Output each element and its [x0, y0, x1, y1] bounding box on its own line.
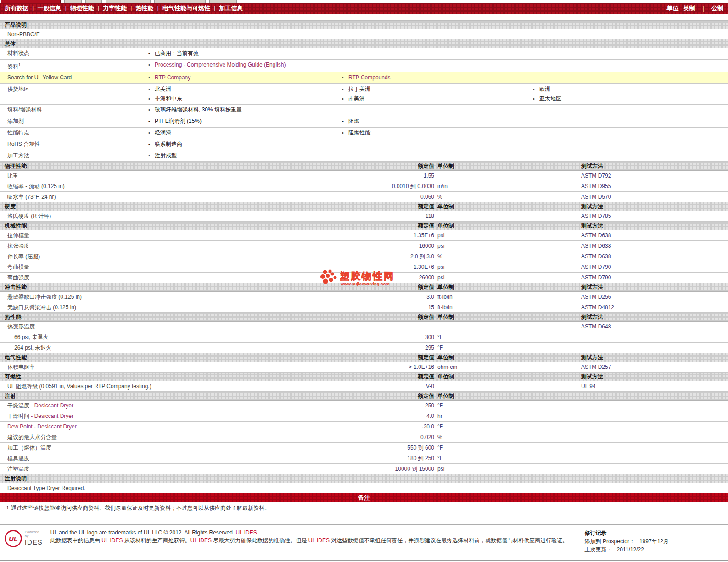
property-value: 0.060 — [280, 194, 434, 200]
info-row: 填料/增强材料•玻璃纤维增强材料, 30% 填料按重量 — [0, 105, 728, 116]
property-label: 弯曲模量 — [0, 263, 280, 271]
column-header-rated-value: 额定值 — [280, 373, 434, 381]
property-unit: % — [434, 434, 581, 440]
browser-tab-stub[interactable] — [154, 0, 206, 3]
test-method-value: ASTM D256 — [581, 294, 728, 300]
property-value: 300 — [280, 334, 434, 340]
revision-added: 添加到 Prospector： 1997年12月 — [585, 537, 717, 545]
info-column: •北美洲•非洲和中东 — [148, 84, 342, 104]
info-item[interactable]: •RTP Compounds — [342, 73, 533, 83]
info-column: •欧洲•亚太地区 — [533, 84, 728, 104]
text-row: Desiccant Type Dryer Required. — [0, 483, 728, 493]
property-section-header: 可燃性额定值单位制测试方法 — [0, 373, 728, 381]
bullet-icon: • — [148, 128, 155, 138]
bullet-icon: • — [533, 84, 539, 94]
info-label: 填料/增强材料 — [0, 105, 148, 115]
info-label: 供货地区 — [0, 84, 148, 94]
property-section-header: 热性能额定值单位制测试方法 — [0, 313, 728, 322]
test-method-value: ASTM D790 — [581, 264, 728, 270]
info-item: •已商用：当前有效 — [148, 49, 342, 58]
test-method-value: ASTM D785 — [581, 213, 728, 219]
section-title-row: 产品说明 — [0, 21, 728, 29]
info-item: •南美洲 — [342, 94, 533, 104]
property-label: 吸水率 (73°F, 24 hr) — [0, 193, 280, 201]
property-row: 悬壁梁缺口冲击强度 (0.125 in)3.0ft·lb/inASTM D256 — [0, 292, 728, 302]
column-header-test-method: 测试方法 — [581, 284, 728, 291]
property-label: UL 阻燃等级 (0.0591 in, Values per RTP Compa… — [0, 383, 280, 390]
nav-tab-6[interactable]: 电气性能与可燃性 — [162, 5, 210, 11]
unit-metric-link[interactable]: 公制 — [711, 4, 723, 12]
nav-separator: | — [65, 5, 66, 11]
info-column: •已商用：当前有效 — [148, 49, 342, 58]
nav-tab-4[interactable]: 力学性能 — [103, 5, 127, 11]
property-row: 建议的最大水分含量0.020% — [0, 432, 728, 443]
property-label: 比重 — [0, 172, 280, 180]
column-header-test-method: 测试方法 — [581, 222, 728, 230]
property-unit: % — [434, 253, 581, 260]
browser-tab-stub[interactable] — [106, 0, 151, 3]
info-item[interactable]: •RTP Company — [148, 73, 342, 83]
bullet-icon: • — [148, 73, 155, 83]
info-item: •经润滑 — [148, 128, 342, 138]
section-title-label: 产品说明 — [5, 21, 27, 29]
bullet-icon: • — [342, 84, 348, 94]
unit-english-current: 英制 — [683, 4, 695, 12]
column-header-unit-system: 单位制 — [434, 284, 581, 291]
column-header-test-method: 测试方法 — [581, 162, 728, 170]
property-unit: psi — [434, 466, 581, 472]
property-section-header: 电气性能额定值单位制测试方法 — [0, 353, 728, 362]
nav-separator: | — [98, 5, 99, 11]
property-unit: in/in — [434, 183, 581, 189]
property-value: 16000 — [280, 243, 434, 249]
property-label-condition: - Desiccant Dryer — [31, 402, 73, 409]
property-value: 1.35E+6 — [280, 232, 434, 239]
footnote-row: 1通过这些链接您能够访问供应商资料。我们尽量保证及时更新资料；不过您可以从供应商… — [0, 502, 728, 514]
info-label: 资料1 — [0, 60, 148, 72]
info-row: RoHS 合规性•联系制造商 — [0, 139, 728, 150]
nav-tab-2[interactable]: 一般信息 — [37, 5, 61, 11]
property-label: 无缺口悬臂梁冲击 (0.125 in) — [0, 304, 280, 312]
nav-tab-1[interactable]: 所有数据 — [5, 5, 28, 11]
svg-text:UL: UL — [9, 535, 18, 543]
column-header-rated-value: 额定值 — [280, 203, 434, 211]
nav-tab-5[interactable]: 热性能 — [136, 5, 154, 11]
property-label: 加工（熔体）温度 — [0, 444, 280, 452]
spacer — [0, 14, 728, 20]
browser-tab-stub[interactable] — [209, 0, 237, 3]
property-row: 弯曲强度26000psiASTM D790 — [0, 273, 728, 283]
property-label: 干燥温度 - Desiccant Dryer — [0, 402, 280, 410]
property-row: Dew Point - Desiccant Dryer-20.0°F — [0, 422, 728, 432]
property-value: 4.0 — [280, 413, 434, 419]
info-column: •玻璃纤维增强材料, 30% 填料按重量 — [148, 105, 342, 115]
property-label: 66 psi, 未退火 — [0, 334, 280, 341]
property-unit: ohm·cm — [434, 364, 581, 370]
browser-tab-active[interactable] — [1, 0, 61, 3]
browser-tab-stub[interactable] — [85, 0, 102, 3]
info-item: •阻燃性能 — [342, 128, 533, 138]
nav-tab-7[interactable]: 加工信息 — [219, 5, 243, 11]
info-item[interactable]: •Processing - Comprehensive Molding Guid… — [148, 60, 342, 70]
info-label: 添加剂 — [0, 117, 148, 126]
property-section-header: 注射额定值单位制 — [0, 392, 728, 401]
section-title-row: 总体 — [0, 39, 728, 48]
info-column: •RTP Company — [148, 73, 342, 83]
property-label: 模具温度 — [0, 455, 280, 462]
units-label: 单位 — [667, 4, 679, 12]
nav-tab-3[interactable]: 物理性能 — [70, 5, 94, 11]
test-method-value: UL 94 — [581, 383, 728, 390]
property-label: 体积电阻率 — [0, 363, 280, 371]
revision-title: 修订记录 — [585, 529, 717, 537]
property-value: 1.55 — [280, 172, 434, 179]
property-label: 264 psi, 未退火 — [0, 344, 280, 352]
property-unit: °F — [434, 345, 581, 351]
column-header-test-method: 测试方法 — [581, 373, 728, 381]
nav-separator: | — [703, 5, 704, 12]
property-unit: hr — [434, 413, 581, 419]
column-header-test-method: 测试方法 — [581, 313, 728, 321]
footer-disclaimer: UL and the UL logo are trademarks of UL … — [50, 529, 585, 545]
ul-logo-icon: UL — [4, 529, 23, 548]
property-unit: % — [434, 194, 581, 200]
browser-tab-stub[interactable] — [64, 0, 82, 3]
property-unit: °F — [434, 455, 581, 462]
info-label: 加工方法 — [0, 151, 148, 161]
